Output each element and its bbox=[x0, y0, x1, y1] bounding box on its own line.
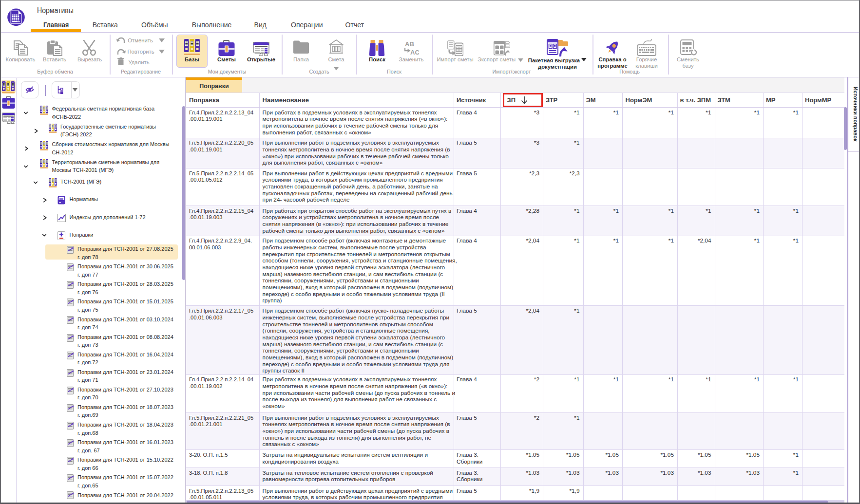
svg-text:AB: AB bbox=[405, 41, 414, 48]
svg-text:AC: AC bbox=[410, 49, 419, 56]
